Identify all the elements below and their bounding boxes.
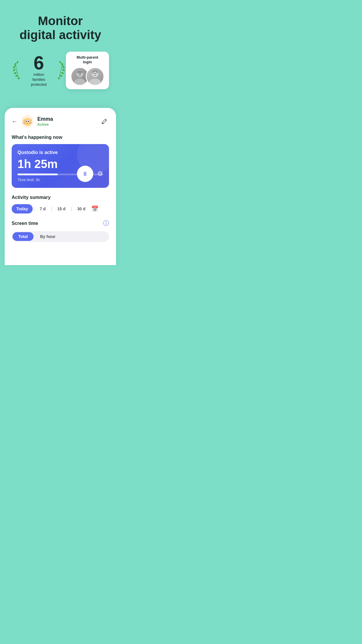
svg-point-40 bbox=[46, 251, 75, 265]
hero-section: Monitor digital activity 6 bbox=[0, 0, 121, 108]
svg-point-3 bbox=[13, 69, 16, 72]
calendar-button[interactable]: 📅 bbox=[91, 205, 99, 212]
tab-15d[interactable]: 15 d bbox=[53, 204, 70, 214]
whats-happening-label: What's happening now bbox=[12, 135, 109, 140]
cat-avatar-icon bbox=[21, 115, 34, 128]
view-toggle: Total By hour bbox=[12, 231, 109, 242]
svg-point-4 bbox=[13, 65, 16, 69]
tab-today[interactable]: Today bbox=[12, 204, 33, 214]
screen-time-label: Screen time bbox=[12, 221, 38, 226]
active-card-title: Qustodio is active bbox=[17, 150, 103, 155]
svg-point-33 bbox=[28, 121, 29, 122]
svg-point-23 bbox=[95, 73, 96, 74]
activity-summary-label: Activity summary bbox=[12, 195, 109, 200]
card-header: ← bbox=[12, 115, 109, 128]
svg-point-25 bbox=[23, 118, 31, 126]
svg-line-38 bbox=[29, 123, 32, 123]
svg-point-2 bbox=[13, 72, 17, 75]
avatar-female bbox=[86, 67, 104, 86]
svg-point-18 bbox=[80, 73, 81, 74]
person-female-icon bbox=[87, 68, 103, 85]
laurel-right-icon bbox=[52, 59, 66, 82]
view-by-hour-button[interactable]: By hour bbox=[34, 232, 61, 241]
tab-divider-1: | bbox=[33, 206, 35, 211]
svg-point-6 bbox=[16, 61, 18, 64]
tab-divider-3: | bbox=[70, 206, 73, 211]
stat-number: 6 bbox=[28, 54, 49, 72]
svg-point-20 bbox=[89, 79, 101, 85]
tab-30d[interactable]: 30 d bbox=[73, 204, 90, 214]
active-card: Qustodio is active 1h 25m Time limit: 3h… bbox=[12, 144, 109, 188]
svg-point-11 bbox=[62, 65, 65, 69]
phone-card: ← bbox=[5, 108, 116, 265]
hero-title: Monitor digital activity bbox=[9, 14, 111, 42]
multi-parent-card: Multi-parent login bbox=[66, 52, 109, 90]
svg-point-39 bbox=[46, 251, 75, 265]
pause-icon: ⏸ bbox=[82, 171, 88, 177]
user-status: Active bbox=[37, 122, 53, 127]
svg-point-34 bbox=[27, 123, 28, 123]
user-name: Emma bbox=[37, 116, 53, 122]
donut-chart bbox=[43, 245, 78, 265]
chart-preview bbox=[12, 242, 109, 265]
svg-point-15 bbox=[74, 79, 86, 85]
stats-row: 6 million families protected bbox=[9, 52, 111, 90]
stat-label: million families protected bbox=[28, 72, 49, 87]
time-display: 1h 25m bbox=[17, 158, 103, 171]
progress-bar-fill bbox=[17, 174, 58, 175]
svg-line-36 bbox=[23, 123, 26, 123]
svg-point-9 bbox=[61, 72, 64, 75]
avatars-row bbox=[71, 67, 104, 86]
stat-center: 6 million families protected bbox=[26, 54, 52, 87]
back-button[interactable]: ← bbox=[12, 118, 17, 125]
active-card-controls: ⏸ ⚙ bbox=[77, 166, 103, 182]
view-total-button[interactable]: Total bbox=[13, 232, 34, 241]
header-left: ← bbox=[12, 115, 53, 128]
info-icon[interactable]: ⓘ bbox=[103, 219, 109, 227]
screen-time-section: Screen time ⓘ Total By hour bbox=[12, 219, 109, 265]
svg-point-22 bbox=[94, 73, 95, 74]
period-tabs: Today | 7 d | 15 d | 30 d 📅 bbox=[12, 204, 109, 214]
tab-divider-2: | bbox=[50, 206, 53, 211]
multi-parent-label: Multi-parent login bbox=[77, 55, 98, 65]
laurel-left-icon bbox=[12, 59, 26, 82]
svg-point-13 bbox=[59, 61, 61, 64]
settings-icon[interactable]: ⚙ bbox=[97, 170, 103, 178]
svg-point-10 bbox=[61, 69, 65, 72]
edit-icon[interactable] bbox=[101, 117, 109, 125]
tab-7d[interactable]: 7 d bbox=[35, 204, 50, 214]
svg-point-32 bbox=[26, 121, 27, 122]
families-stat: 6 million families protected bbox=[12, 54, 66, 87]
svg-point-17 bbox=[78, 73, 80, 74]
activity-summary-section: Activity summary Today | 7 d | 15 d | 30… bbox=[12, 195, 109, 214]
pause-button[interactable]: ⏸ bbox=[77, 166, 93, 182]
user-info: Emma Active bbox=[37, 116, 53, 127]
screen-time-header: Screen time ⓘ bbox=[12, 219, 109, 227]
